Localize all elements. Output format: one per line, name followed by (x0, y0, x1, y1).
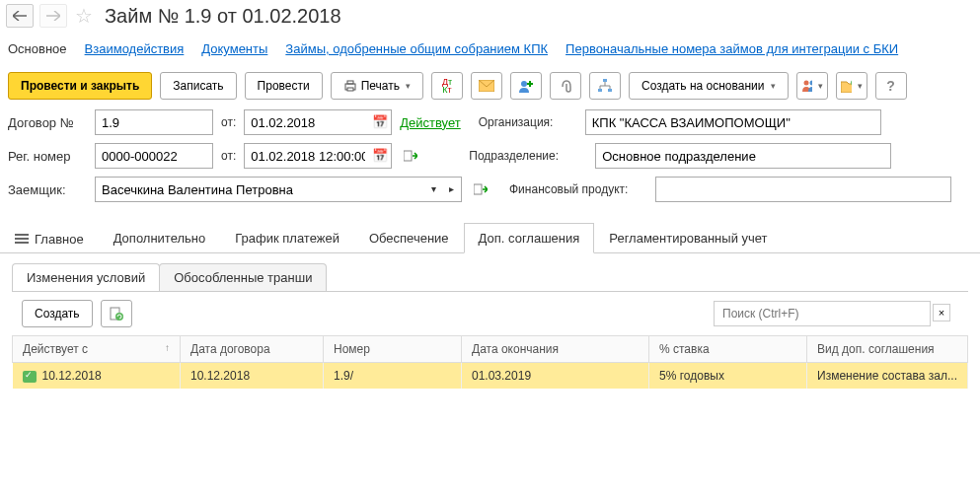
doc-arrow-icon (404, 149, 417, 163)
nav-link-initial-numbers[interactable]: Первоначальные номера займов для интегра… (565, 41, 898, 56)
calendar-icon: 📅 (372, 114, 388, 129)
col-rate[interactable]: % ставка (649, 336, 807, 363)
svg-rect-5 (603, 79, 607, 82)
reg-extra-button[interactable] (400, 145, 421, 167)
tab-schedule[interactable]: График платежей (220, 223, 354, 253)
borrower-label: Заемщик: (8, 182, 87, 197)
create-based-on-button[interactable]: Создать на основании (629, 72, 789, 100)
subtab-tranches[interactable]: Обособленные транши (159, 263, 327, 291)
reg-no-label: Рег. номер (8, 149, 87, 164)
printer-icon (343, 79, 357, 93)
svg-rect-1 (347, 81, 353, 84)
email-button[interactable] (471, 72, 502, 100)
col-contract-date[interactable]: Дата договора (181, 336, 324, 363)
from-label-1: от: (221, 115, 236, 129)
svg-rect-2 (347, 88, 353, 91)
save-button[interactable]: Записать (160, 72, 236, 100)
tab-collateral[interactable]: Обеспечение (354, 223, 464, 253)
contract-no-input[interactable] (95, 109, 213, 135)
favorite-star-icon[interactable]: ☆ (73, 5, 95, 27)
post-button[interactable]: Провести (245, 72, 323, 100)
hamburger-icon (15, 232, 29, 246)
folder-icon (841, 80, 852, 93)
people-button[interactable] (796, 72, 828, 100)
doc-arrow-icon (474, 182, 488, 196)
borrower-input[interactable] (95, 177, 462, 202)
org-input[interactable] (585, 109, 881, 135)
col-number[interactable]: Номер (324, 336, 462, 363)
from-label-2: от: (221, 149, 236, 163)
subtab-changes[interactable]: Изменения условий (12, 263, 160, 291)
nav-forward-button[interactable] (39, 4, 67, 28)
borrower-open[interactable]: ▸ (442, 178, 460, 198)
calendar-icon: 📅 (372, 148, 388, 163)
arrow-left-icon (13, 11, 27, 21)
folder-button[interactable] (836, 72, 867, 100)
svg-point-9 (809, 81, 812, 86)
chevron-down-icon: ▾ (431, 183, 436, 194)
doc-refresh-icon (110, 307, 123, 321)
paperclip-icon (559, 79, 572, 93)
borrower-extra-button[interactable] (470, 178, 491, 200)
table-row[interactable]: 10.12.2018 10.12.2018 1.9/ 01.03.2019 5%… (13, 363, 968, 390)
org-label: Организация: (479, 115, 577, 129)
close-icon: × (939, 307, 944, 319)
print-button[interactable]: Печать (331, 72, 423, 100)
nav-link-main[interactable]: Основное (8, 41, 67, 56)
row-status-icon (23, 371, 37, 383)
dt-kt-button[interactable]: ДтКт (431, 72, 463, 100)
open-icon: ▸ (449, 183, 454, 194)
tab-addendums[interactable]: Доп. соглашения (464, 223, 595, 253)
svg-rect-12 (474, 184, 482, 194)
people-icon (801, 79, 812, 93)
svg-rect-11 (404, 151, 412, 161)
reg-date-picker[interactable]: 📅 (370, 145, 390, 165)
envelope-icon (479, 80, 494, 92)
svg-rect-6 (598, 89, 602, 92)
col-type[interactable]: Вид доп. соглашения (807, 336, 968, 363)
refresh-button[interactable] (101, 300, 132, 327)
structure-button[interactable] (589, 72, 621, 100)
reg-no-input[interactable] (95, 143, 213, 169)
question-icon: ? (886, 78, 895, 94)
tab-main[interactable]: Главное (0, 223, 99, 253)
person-plus-icon (518, 79, 534, 93)
product-label: Финансовый продукт: (509, 182, 647, 196)
contract-no-label: Договор № (8, 115, 87, 130)
col-effective[interactable]: Действует с ↑ (13, 336, 181, 363)
add-person-button[interactable] (510, 72, 542, 100)
nav-link-approved[interactable]: Займы, одобренные общим собранием КПК (285, 41, 548, 56)
nav-link-interactions[interactable]: Взаимодействия (85, 41, 185, 56)
svg-point-14 (115, 313, 123, 321)
tab-additional[interactable]: Дополнительно (99, 223, 221, 253)
grid-empty-area (12, 389, 968, 499)
search-clear-button[interactable]: × (933, 304, 950, 321)
nav-back-button[interactable] (6, 4, 34, 28)
svg-point-8 (803, 81, 808, 86)
arrow-right-icon (46, 11, 60, 21)
svg-rect-7 (608, 89, 612, 92)
contract-date-picker[interactable]: 📅 (370, 111, 390, 131)
create-button[interactable]: Создать (22, 300, 93, 327)
tab-regulated[interactable]: Регламентированный учет (594, 223, 782, 253)
nav-link-documents[interactable]: Документы (201, 41, 267, 56)
dtkt-icon: ДтКт (442, 78, 452, 94)
tree-icon (598, 79, 612, 93)
borrower-dropdown[interactable]: ▾ (424, 178, 442, 198)
dept-input[interactable] (595, 143, 891, 169)
dept-label: Подразделение: (469, 149, 587, 163)
sort-asc-icon: ↑ (165, 342, 170, 353)
search-input[interactable] (714, 301, 931, 326)
attach-button[interactable] (550, 72, 581, 100)
help-button[interactable]: ? (875, 72, 907, 100)
svg-point-4 (521, 81, 527, 87)
post-and-close-button[interactable]: Провести и закрыть (8, 72, 152, 100)
col-end-date[interactable]: Дата окончания (462, 336, 649, 363)
page-title: Займ № 1.9 от 01.02.2018 (105, 5, 341, 28)
status-link[interactable]: Действует (400, 115, 460, 130)
product-input[interactable] (655, 177, 951, 202)
